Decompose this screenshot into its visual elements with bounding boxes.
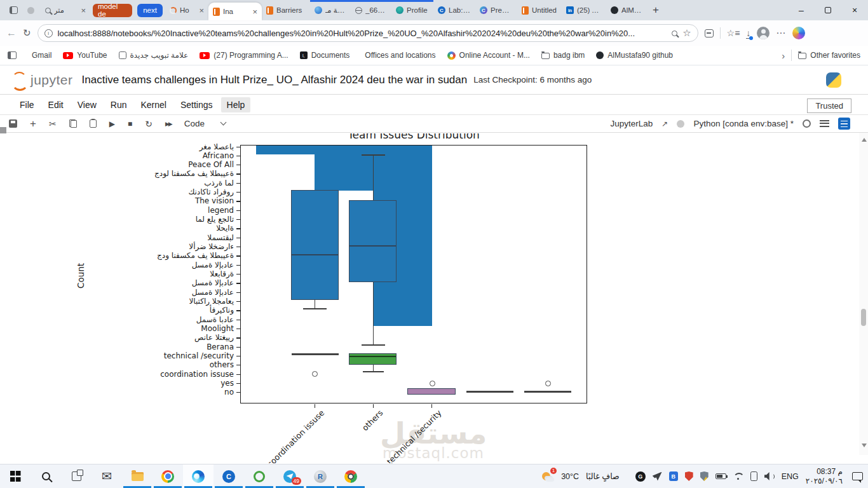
close-icon[interactable]: ×	[199, 6, 204, 15]
bookmark-item[interactable]: Gmail	[28, 51, 51, 60]
bookmark-item[interactable]: Online Account - M...	[447, 51, 530, 60]
zoom-page-icon[interactable]	[672, 30, 677, 36]
bookmark-item[interactable]: (27) Programming A...	[200, 51, 288, 60]
taskbar-app-chrome-profile[interactable]	[336, 464, 366, 488]
shield-warn-icon[interactable]	[700, 471, 709, 481]
menu-view[interactable]: View	[72, 97, 102, 112]
notification-center-icon[interactable]	[852, 472, 863, 480]
restart-kernel-button[interactable]: ↻	[145, 119, 153, 129]
bt-icon[interactable]	[669, 471, 678, 481]
browser-tab[interactable]: Ho×	[165, 0, 208, 20]
jupyter-logo-icon[interactable]	[9, 71, 28, 89]
browser-tab[interactable]: إضافة مـ	[310, 0, 351, 20]
menu-help[interactable]: Help	[221, 97, 251, 112]
back-icon[interactable]: ←	[6, 27, 17, 39]
notebook-title[interactable]: Inactive teams challenges in Hult Prize_…	[82, 74, 468, 86]
settings-panel-icon[interactable]	[838, 118, 850, 130]
browser-tab[interactable]	[5, 0, 23, 20]
other-favorites[interactable]: Other favorites	[798, 51, 860, 60]
browser-menu-icon[interactable]: ⋯	[776, 27, 786, 39]
bookmark-item[interactable]: علامة تبويب جديدة	[119, 51, 189, 60]
copy-cell-button[interactable]	[69, 119, 77, 128]
jupyter-logo-text[interactable]: jupyter	[31, 72, 73, 88]
maximize-button[interactable]	[815, 0, 841, 20]
wifi-icon[interactable]	[733, 473, 743, 480]
scroll-down-icon[interactable]	[862, 444, 867, 447]
close-button[interactable]: ×	[841, 0, 868, 20]
close-icon[interactable]: ×	[81, 6, 86, 15]
battery-icon[interactable]	[715, 473, 726, 479]
taskbar-app-taskview[interactable]	[61, 464, 92, 488]
browser-tab[interactable]: _661e8c	[351, 0, 391, 20]
taskbar-app-ring[interactable]	[244, 464, 275, 488]
favorite-star-icon[interactable]: ☆	[682, 27, 691, 39]
browser-tab[interactable]: (25) AL-	[562, 0, 606, 20]
scroll-up-icon[interactable]	[862, 138, 867, 142]
browser-essentials-icon[interactable]	[705, 29, 714, 37]
phone-icon[interactable]	[750, 471, 757, 481]
site-info-icon[interactable]: i	[44, 29, 53, 37]
downloads-icon[interactable]: ↓	[746, 28, 750, 39]
taskbar-app-chrome[interactable]	[153, 464, 183, 488]
favorites-bar-icon[interactable]: ☆≡	[727, 28, 740, 38]
run-cell-button[interactable]: ▶	[109, 119, 115, 128]
cut-cell-button[interactable]: ✂	[49, 119, 57, 129]
shield-red-icon[interactable]	[685, 471, 693, 481]
scrollbar-thumb[interactable]	[861, 309, 866, 326]
tab-group[interactable]: model de	[93, 4, 132, 17]
menu-edit[interactable]: Edit	[43, 97, 69, 112]
jupyterlab-link[interactable]: JupyterLab	[611, 119, 653, 128]
taskbar-app-mail[interactable]: ✉	[92, 464, 122, 488]
browser-tab[interactable]: AlMusta	[606, 0, 648, 20]
taskbar-app-explorer[interactable]	[122, 464, 153, 488]
taskbar-app-tsearch[interactable]	[31, 464, 61, 488]
taskbar-app-canva-app[interactable]	[214, 464, 244, 488]
weather-desc[interactable]: صافٍ غالبًا	[586, 471, 620, 481]
kernel-name[interactable]: Python [conda env:base] *	[693, 119, 794, 128]
copilot-icon[interactable]	[792, 27, 805, 39]
debugger-icon[interactable]	[677, 120, 684, 128]
bookmark-item[interactable]: Offices and locations	[361, 51, 435, 60]
refresh-icon[interactable]: ↻	[23, 27, 31, 39]
bookmarks-overflow-icon[interactable]: ›	[782, 50, 785, 61]
minimize-button[interactable]: –	[788, 0, 815, 20]
new-tab-button[interactable]: +	[648, 0, 667, 20]
page-scrollbar[interactable]	[859, 133, 868, 455]
address-bar[interactable]: i localhost:8888/notebooks/%20Inactive%2…	[37, 24, 698, 42]
taskbar-app-telegram-app[interactable]: 49	[275, 464, 305, 488]
taskbar-app-win[interactable]	[0, 464, 31, 488]
menu-kernel[interactable]: Kernel	[135, 97, 172, 112]
bookmark-item[interactable]: badg ibm	[541, 51, 585, 60]
browser-tab[interactable]: Ina×	[208, 3, 262, 20]
profile-avatar[interactable]	[757, 27, 770, 39]
notification-menu-icon[interactable]	[820, 120, 829, 127]
browser-tab[interactable]: Profile	[391, 0, 433, 20]
url-text[interactable]: localhost:8888/notebooks/%20Inactive%20t…	[58, 29, 667, 38]
menu-run[interactable]: Run	[105, 97, 133, 112]
plane-icon[interactable]	[653, 472, 662, 481]
bookmark-item[interactable]: YouTube	[63, 51, 107, 60]
language-indicator[interactable]: ENG	[782, 472, 799, 481]
taskbar-app-edge[interactable]	[183, 464, 214, 488]
taskbar-app-rstudio[interactable]	[305, 464, 336, 488]
volume-icon[interactable]	[764, 472, 775, 480]
browser-tab[interactable]: Presenta	[475, 0, 517, 20]
close-icon[interactable]: ×	[252, 8, 257, 16]
bookmark-item[interactable]: AlMustafa90 github	[596, 51, 673, 60]
run-all-button[interactable]: ▶▶	[165, 121, 172, 127]
browser-tab[interactable]: Untitled	[517, 0, 562, 20]
paste-cell-button[interactable]	[90, 119, 97, 128]
add-cell-button[interactable]: +	[30, 118, 36, 130]
clock[interactable]: 08:37 م ٢٠٢٥/٠٩/٠٦	[806, 467, 843, 486]
g-icon[interactable]	[635, 471, 646, 482]
cell-type-dropdown[interactable]: Code	[184, 119, 226, 128]
menu-settings[interactable]: Settings	[175, 97, 219, 112]
stop-kernel-button[interactable]: ■	[128, 119, 132, 128]
tab-group[interactable]: next	[137, 4, 163, 17]
weather-temp[interactable]: 30°C	[561, 472, 579, 481]
weather-icon[interactable]: 1	[541, 470, 554, 483]
sidebar-icon[interactable]	[8, 51, 17, 59]
browser-tab[interactable]: Barriers	[262, 0, 310, 20]
browser-tab[interactable]: متر×	[41, 0, 90, 20]
browser-tab[interactable]: Lab: De	[433, 0, 475, 20]
